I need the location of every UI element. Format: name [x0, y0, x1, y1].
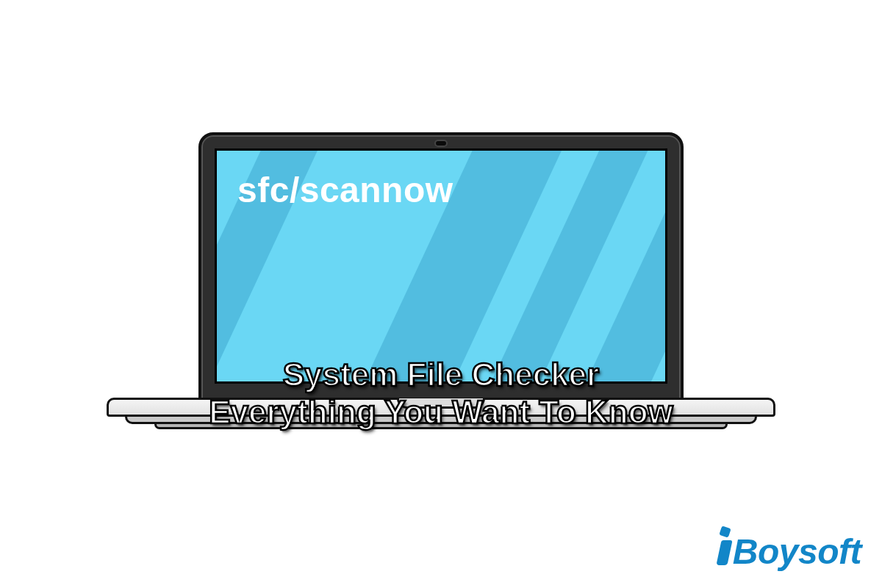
brand-logo: Boysoft [719, 528, 861, 572]
title-overlay: System File Checker Everything You Want … [0, 356, 882, 431]
command-text: sfc/scannow [237, 170, 453, 210]
laptop-screen: sfc/scannow [215, 148, 667, 384]
brand-name: Boysoft [733, 531, 861, 572]
brand-i-icon [719, 528, 731, 564]
webcam-icon [434, 140, 448, 147]
title-line-2: Everything You Want To Know [0, 394, 882, 431]
title-line-1: System File Checker [0, 356, 882, 394]
